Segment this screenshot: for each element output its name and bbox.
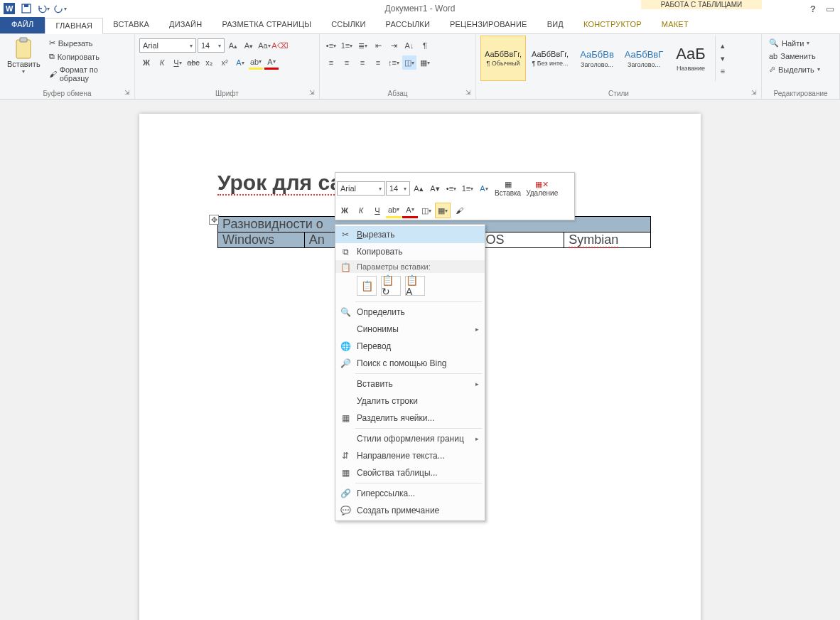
paste-button[interactable]: Вставить ▾	[4, 36, 43, 76]
style-heading2[interactable]: АаБбВвГЗаголово...	[621, 36, 667, 81]
save-icon[interactable]	[18, 1, 34, 16]
style-more[interactable]: ≡	[716, 65, 730, 78]
mini-font-combo[interactable]: Arial▾	[337, 181, 385, 196]
ctx-new-comment[interactable]: 💬Создать примечание	[335, 502, 485, 519]
page[interactable]: Урок для сайт ✥ Разновидности о Windows …	[139, 114, 701, 620]
justify-icon[interactable]: ≡	[371, 55, 385, 70]
multilevel-icon[interactable]: ≣▾	[355, 38, 370, 53]
style-title[interactable]: АаБНазвание	[668, 36, 714, 81]
line-spacing-icon[interactable]: ↕≡▾	[387, 55, 401, 70]
mini-shrink-font-icon[interactable]: A▾	[427, 181, 443, 196]
paste-keep-source-icon[interactable]: 📋	[357, 276, 377, 296]
superscript-button[interactable]: x²	[217, 55, 232, 70]
italic-button[interactable]: К	[155, 55, 169, 70]
ctx-translate[interactable]: 🌐Перевод	[335, 338, 485, 355]
mini-bullets-icon[interactable]: •≡▾	[443, 181, 459, 196]
style-heading1[interactable]: АаБбВвЗаголово...	[574, 36, 620, 81]
font-name-combo[interactable]: Arial▾	[139, 38, 196, 53]
mini-numbering-icon[interactable]: 1≡▾	[460, 181, 475, 196]
align-left-icon[interactable]: ≡	[324, 55, 338, 70]
ctx-hyperlink[interactable]: 🔗Гиперссылка...	[335, 485, 485, 502]
style-no-spacing[interactable]: АаБбВвГг,¶ Без инте...	[527, 36, 573, 81]
align-right-icon[interactable]: ≡	[355, 55, 370, 70]
word-icon[interactable]: W	[1, 1, 17, 16]
help-icon[interactable]: ?	[810, 4, 816, 14]
style-normal[interactable]: АаБбВвГг,¶ Обычный	[480, 36, 526, 81]
tab-table-design[interactable]: КОНСТРУКТОР	[574, 17, 652, 33]
tab-file[interactable]: ФАЙЛ	[0, 17, 45, 33]
select-button[interactable]: ⬀Выделить▾	[766, 63, 823, 75]
ctx-table-properties[interactable]: ▦Свойства таблицы...	[335, 464, 485, 481]
decrease-indent-icon[interactable]: ⇤	[371, 38, 385, 53]
subscript-button[interactable]: x₂	[202, 55, 216, 70]
sort-icon[interactable]: A↓	[402, 38, 416, 53]
tab-home[interactable]: ГЛАВНАЯ	[45, 18, 103, 34]
table-move-handle[interactable]: ✥	[209, 215, 219, 225]
undo-icon[interactable]: ▾	[36, 1, 51, 16]
ribbon-display-icon[interactable]: ▭	[826, 4, 834, 14]
ctx-synonyms[interactable]: Синонимы▸	[335, 321, 485, 338]
table-cell[interactable]: Windows	[218, 232, 305, 248]
table-cell[interactable]: Symbian	[564, 232, 651, 248]
mini-grow-font-icon[interactable]: A▴	[411, 181, 426, 196]
bullets-icon[interactable]: •≡▾	[324, 38, 338, 53]
style-scroll-up[interactable]: ▴	[716, 39, 730, 52]
text-effects-icon[interactable]: A▾	[233, 55, 247, 70]
ctx-bing-search[interactable]: 🔎Поиск с помощью Bing	[335, 355, 485, 372]
styles-launcher[interactable]: ⇲	[751, 89, 760, 97]
tab-references[interactable]: ССЫЛКИ	[321, 17, 375, 33]
style-scroll-down[interactable]: ▾	[716, 52, 730, 65]
font-color-icon[interactable]: A▾	[264, 55, 279, 70]
shading-icon[interactable]: ◫▾	[402, 55, 416, 70]
show-marks-icon[interactable]: ¶	[418, 38, 432, 53]
table-cell[interactable]: IOS	[478, 232, 564, 248]
strike-button[interactable]: abc	[186, 55, 200, 70]
ctx-cut[interactable]: ✂Вырезать	[335, 226, 485, 243]
tab-design[interactable]: ДИЗАЙН	[159, 17, 212, 33]
tab-mailings[interactable]: РАССЫЛКИ	[376, 17, 440, 33]
cut-button[interactable]: ✂Вырезать	[46, 37, 130, 49]
tab-page-layout[interactable]: РАЗМЕТКА СТРАНИЦЫ	[212, 17, 321, 33]
find-button[interactable]: 🔍Найти▾	[766, 37, 812, 49]
style-gallery[interactable]: АаБбВвГг,¶ Обычный АаБбВвГг,¶ Без инте..…	[480, 36, 725, 81]
clipboard-launcher[interactable]: ⇲	[124, 89, 133, 97]
underline-button[interactable]: Ч▾	[171, 55, 185, 70]
paste-merge-icon[interactable]: 📋↻	[381, 276, 401, 296]
mini-size-combo[interactable]: 14▾	[386, 181, 410, 196]
grow-font-icon[interactable]: A▴	[226, 38, 240, 53]
mini-insert-button[interactable]: ▦Вставка	[492, 174, 523, 203]
paste-text-only-icon[interactable]: 📋A	[405, 276, 425, 296]
mini-bold-button[interactable]: Ж	[337, 203, 352, 218]
mini-highlight-icon[interactable]: ab▾	[386, 203, 402, 218]
highlight-icon[interactable]: ab▾	[249, 55, 263, 70]
mini-font-color-icon[interactable]: A▾	[402, 203, 418, 218]
redo-icon[interactable]: ▾	[53, 1, 68, 16]
mini-italic-button[interactable]: К	[353, 203, 369, 218]
ctx-delete-rows[interactable]: Удалить строки	[335, 392, 485, 410]
paragraph-launcher[interactable]: ⇲	[465, 89, 474, 97]
mini-shading-icon[interactable]: ◫▾	[419, 203, 434, 218]
tab-insert[interactable]: ВСТАВКА	[103, 17, 159, 33]
change-case-icon[interactable]: Aa▾	[257, 38, 271, 53]
ctx-define[interactable]: 🔍Определить	[335, 304, 485, 321]
tab-table-layout[interactable]: МАКЕТ	[652, 17, 699, 33]
mini-format-painter-icon[interactable]: 🖌	[451, 203, 467, 218]
ctx-split-cells[interactable]: ▦Разделить ячейки...	[335, 410, 485, 427]
format-painter-button[interactable]: 🖌Формат по образцу	[46, 64, 130, 84]
mini-delete-button[interactable]: ▦✕Удаление	[524, 174, 560, 203]
mini-styles-icon[interactable]: A▾	[476, 181, 492, 196]
ctx-copy[interactable]: ⧉Копировать	[335, 243, 485, 260]
tab-view[interactable]: ВИД	[537, 17, 574, 33]
ctx-insert[interactable]: Вставить▸	[335, 375, 485, 392]
ctx-text-direction[interactable]: ⇵Направление текста...	[335, 447, 485, 464]
borders-icon[interactable]: ▦▾	[418, 55, 432, 70]
font-size-combo[interactable]: 14▾	[198, 38, 225, 53]
font-launcher[interactable]: ⇲	[309, 89, 318, 97]
clear-format-icon[interactable]: A⌫	[273, 38, 287, 53]
shrink-font-icon[interactable]: A▾	[242, 38, 256, 53]
mini-underline-button[interactable]: Ч	[370, 203, 385, 218]
align-center-icon[interactable]: ≡	[340, 55, 354, 70]
mini-borders-icon[interactable]: ▦▾	[435, 203, 451, 218]
increase-indent-icon[interactable]: ⇥	[387, 38, 401, 53]
copy-button[interactable]: ⧉Копировать	[46, 50, 130, 63]
